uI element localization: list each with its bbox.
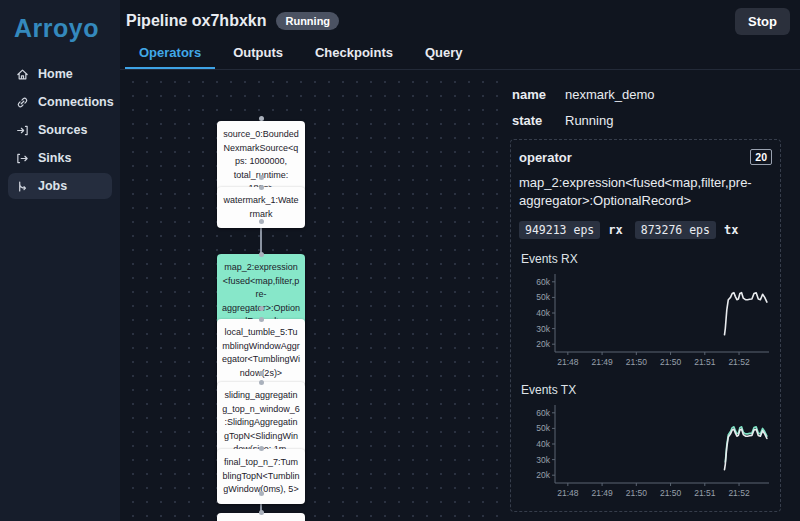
rx-eps-badge: 949213 eps <box>519 221 600 239</box>
events-rx-title: Events RX <box>521 252 772 266</box>
svg-text:21:51: 21:51 <box>694 357 716 367</box>
detail-label: state <box>512 113 565 128</box>
node-handle <box>259 371 264 376</box>
detail-label: name <box>512 87 565 102</box>
svg-text:30k: 30k <box>536 455 550 465</box>
sidebar-item-jobs[interactable]: Jobs <box>8 173 112 199</box>
sidebar-item-label: Jobs <box>38 179 67 193</box>
sidebar-item-connections[interactable]: Connections <box>8 89 112 115</box>
sidebar-item-label: Connections <box>38 95 114 109</box>
detail-value: nexmark_demo <box>565 87 655 102</box>
sidebar-item-home[interactable]: Home <box>8 61 112 87</box>
detail-row-name: name nexmark_demo <box>510 87 800 102</box>
svg-text:21:50: 21:50 <box>626 488 648 498</box>
arroyo-logo[interactable]: Arroyo <box>0 0 120 43</box>
operator-card: operator 20 map_2:expression<fused<map,f… <box>510 139 781 512</box>
svg-text:20k: 20k <box>536 340 550 350</box>
svg-text:40k: 40k <box>536 439 550 449</box>
operator-card-title: operator <box>519 150 572 165</box>
node-handle <box>259 185 264 190</box>
node-handle <box>259 510 264 515</box>
page-header: Pipeline ox7hbxkn Running Stop <box>120 0 800 42</box>
tx-label: tx <box>724 223 738 237</box>
node-handle <box>259 491 264 496</box>
events-tx-title: Events TX <box>521 383 772 397</box>
node-handle <box>259 306 264 311</box>
svg-text:60k: 60k <box>536 277 550 287</box>
svg-text:50k: 50k <box>536 293 550 303</box>
jobs-icon <box>16 180 29 193</box>
status-badge: Running <box>276 12 339 30</box>
graph-node-local-tumble-5[interactable]: local_tumble_5:TumblingWindowAggregator<… <box>217 319 305 387</box>
svg-text:21:49: 21:49 <box>591 357 613 367</box>
parallelism-badge: 20 <box>750 149 772 165</box>
tx-eps-badge: 873276 eps <box>635 221 716 239</box>
page-title: Pipeline ox7hbxkn <box>126 12 266 30</box>
sidebar-item-label: Sinks <box>38 151 71 165</box>
rx-label: rx <box>608 223 622 237</box>
node-handle <box>259 446 264 451</box>
detail-value: Running <box>565 113 613 128</box>
sidebar-item-label: Home <box>38 67 73 81</box>
svg-text:21:52: 21:52 <box>728 357 750 367</box>
node-handle <box>259 317 264 322</box>
node-handle <box>259 380 264 385</box>
home-icon <box>16 68 29 81</box>
tab-operators[interactable]: Operators <box>125 42 215 69</box>
svg-text:21:48: 21:48 <box>557 357 579 367</box>
events-rx-chart: 20k30k40k50k60k21:4821:4921:5021:5021:51… <box>519 268 775 370</box>
node-handle <box>259 116 264 121</box>
operator-description: map_2:expression<fused<map,filter,pre-ag… <box>519 174 777 210</box>
main-area: Pipeline ox7hbxkn Running Stop Operators… <box>120 0 800 521</box>
svg-text:50k: 50k <box>536 424 550 434</box>
svg-text:40k: 40k <box>536 308 550 318</box>
svg-text:21:50: 21:50 <box>626 357 648 367</box>
svg-text:30k: 30k <box>536 324 550 334</box>
sidebar-item-sinks[interactable]: Sinks <box>8 145 112 171</box>
detail-row-state: state Running <box>510 113 800 128</box>
pipeline-canvas[interactable]: source_0:BoundedNexmarkSource<qps: 10000… <box>120 71 500 521</box>
node-handle <box>259 219 264 224</box>
tab-checkpoints[interactable]: Checkpoints <box>301 42 407 69</box>
sinks-icon <box>16 152 29 165</box>
svg-text:20k: 20k <box>536 471 550 481</box>
connections-icon <box>16 96 29 109</box>
tab-query[interactable]: Query <box>411 42 477 69</box>
node-handle <box>259 175 264 180</box>
sidebar-item-sources[interactable]: Sources <box>8 117 112 143</box>
svg-text:21:49: 21:49 <box>591 488 613 498</box>
stop-button[interactable]: Stop <box>735 8 790 35</box>
sidebar: Arroyo Home Connections Sources Sinks <box>0 0 120 521</box>
svg-text:21:50: 21:50 <box>660 357 682 367</box>
sources-icon <box>16 124 29 137</box>
node-handle <box>259 252 264 257</box>
sidebar-item-label: Sources <box>38 123 87 137</box>
svg-text:60k: 60k <box>536 408 550 418</box>
tab-bar: Operators Outputs Checkpoints Query <box>120 42 800 70</box>
details-panel: name nexmark_demo state Running operator… <box>500 71 800 521</box>
events-tx-chart: 20k30k40k50k60k21:4821:4921:5021:5021:51… <box>519 399 775 501</box>
tab-outputs[interactable]: Outputs <box>219 42 297 69</box>
svg-text:21:48: 21:48 <box>557 488 579 498</box>
svg-text:21:52: 21:52 <box>728 488 750 498</box>
svg-text:21:50: 21:50 <box>660 488 682 498</box>
svg-text:21:51: 21:51 <box>694 488 716 498</box>
